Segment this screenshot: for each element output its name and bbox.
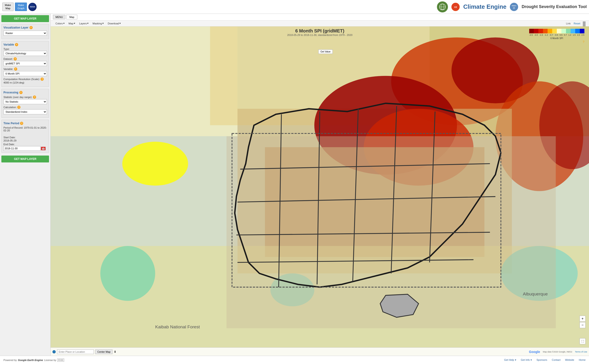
resolution-help-icon[interactable]: ?	[40, 78, 44, 81]
processing-section-title: Processing ?	[3, 91, 47, 94]
link-button[interactable]: Link	[566, 22, 571, 25]
make-graph-button[interactable]: Make Graph	[15, 3, 27, 11]
download-chevron-icon: ▾	[119, 22, 121, 25]
terms-of-use[interactable]: Terms of Use	[575, 351, 587, 353]
time-period-help-icon[interactable]: ?	[20, 122, 23, 125]
calendar-button[interactable]: 📅	[41, 147, 45, 150]
map-controls: + −	[580, 316, 586, 328]
masking-chevron-icon: ▾	[102, 22, 104, 25]
variable-help-icon[interactable]: ?	[15, 43, 18, 46]
time-period-section: Time Period ? Period of Record: 1979-01-…	[1, 120, 49, 153]
svg-text:WWAO: WWAO	[512, 5, 516, 6]
map-tab[interactable]: Map	[66, 15, 77, 19]
drought-tool-title: Drought Severity Evaluation Tool	[522, 4, 587, 9]
sponsors-link[interactable]: Sponsors	[537, 358, 547, 361]
footer-right: Get Help ▾ Get Info ▾ Sponsors Contact W…	[504, 358, 586, 361]
get-map-layer-button-top[interactable]: GET MAP LAYER	[1, 15, 49, 22]
start-date-value: 2018-05-29	[3, 139, 47, 142]
layers-toolbar-item[interactable]: Layers ▾	[78, 21, 90, 25]
variable-section: Variable ? Type: Climate/Hydrology Land …	[1, 41, 49, 87]
home-link[interactable]: Home	[579, 358, 586, 361]
center-map-button[interactable]: Center Map	[95, 350, 112, 354]
get-info-chevron: ▾	[531, 358, 532, 361]
contact-link[interactable]: Contact	[552, 358, 560, 361]
colors-toolbar-item[interactable]: Colors ▾	[54, 21, 66, 25]
calculation-select[interactable]: Standardized Index Anomaly Percent of No…	[3, 109, 47, 114]
svg-point-22	[122, 142, 188, 186]
location-input[interactable]	[57, 350, 94, 354]
map-container[interactable]: Kaibab National Forest Albuquerque 6 Mon…	[51, 26, 589, 356]
statistic-help-icon[interactable]: ?	[33, 96, 36, 99]
header-right: TRIBAL CE Climate Engine WWAO Drought Se…	[437, 1, 587, 13]
svg-point-9	[513, 7, 515, 9]
website-link[interactable]: Website	[565, 358, 574, 361]
svg-text:CE: CE	[454, 6, 457, 8]
app-title: Climate Engine	[463, 3, 506, 10]
variable-section-title: Variable ?	[3, 43, 47, 46]
get-info-link[interactable]: Get Info ▾	[521, 358, 532, 361]
app-header: Make Map Make Graph NASA TRIBAL CE Clima…	[0, 0, 589, 14]
map-background: Kaibab National Forest Albuquerque	[51, 26, 589, 356]
footer-left: Powered by Google Earth Engine License b…	[3, 358, 64, 362]
make-map-button[interactable]: Make Map	[2, 3, 13, 11]
processing-section: Processing ? Statistic (over day range):…	[1, 89, 49, 118]
map-bottom-bar: i Center Map ⬇ Google Map data ©2020 Goo…	[51, 347, 589, 356]
get-help-chevron: ▾	[515, 358, 516, 361]
calculation-help-icon[interactable]: ?	[17, 106, 20, 109]
get-map-layer-button-bottom[interactable]: GET MAP LAYER	[1, 156, 49, 162]
cc-license-badge: © CC	[57, 358, 64, 362]
fullscreen-button[interactable]: ⛶	[580, 338, 586, 344]
climate-engine-logo: CE	[451, 3, 460, 11]
dataset-select[interactable]: gridMET SPI PRISM Daymet	[3, 61, 47, 66]
visualization-section-title: Visualization Layer ?	[3, 26, 47, 29]
wwao-logo: WWAO	[510, 3, 518, 11]
app-footer: Powered by Google Earth Engine License b…	[0, 356, 589, 364]
visualization-layer-select[interactable]: Raster Vector Points	[3, 31, 47, 36]
download-toolbar-item[interactable]: Download ▾	[106, 21, 122, 25]
resolution-label: Computation Resolution (Scale): ?	[3, 78, 47, 81]
statistic-select[interactable]: No Statistic Mean Max Min	[3, 99, 47, 104]
dataset-help-icon[interactable]: ?	[13, 57, 17, 60]
scrollbar[interactable]	[583, 21, 586, 25]
calculation-label: Calculation: ?	[3, 106, 47, 109]
processing-help-icon[interactable]: ?	[19, 91, 23, 94]
end-date-label: End Date:	[3, 143, 47, 146]
type-select[interactable]: Climate/Hydrology Land Surface Fire Weat…	[3, 51, 47, 56]
masking-toolbar-item[interactable]: Masking ▾	[91, 21, 105, 25]
nasa-logo: NASA	[28, 3, 37, 11]
map-chevron-icon: ▾	[74, 22, 75, 25]
get-value-button[interactable]: Get Value	[318, 49, 333, 54]
variable-select[interactable]: 6 Month SPI 3 Month SPI 12 Month SPI	[3, 71, 47, 76]
colors-chevron-icon: ▾	[63, 22, 65, 25]
get-help-link[interactable]: Get Help ▾	[504, 358, 516, 361]
reset-button[interactable]: Reset	[574, 22, 580, 25]
end-date-input[interactable]	[3, 146, 40, 151]
svg-text:TRIBAL: TRIBAL	[440, 9, 445, 10]
map-attribution: Map data ©2020 Google, INEGI	[543, 351, 572, 353]
map-toolbar-item[interactable]: Map ▾	[67, 21, 77, 25]
type-label: Type:	[3, 48, 47, 50]
main-layout: GET MAP LAYER Visualization Layer ? Rast…	[0, 14, 589, 356]
map-nav-bar: MENU Map	[51, 14, 589, 20]
svg-text:Albuquerque: Albuquerque	[523, 292, 548, 296]
layers-chevron-icon: ▾	[87, 22, 89, 25]
svg-rect-11	[51, 26, 237, 136]
resolution-value: 4000 m (1/24-deg)	[3, 81, 47, 84]
google-logo: Google	[529, 350, 540, 354]
statistic-label: Statistic (over day range): ?	[3, 96, 47, 99]
zoom-in-button[interactable]: +	[580, 316, 586, 322]
visualization-help-icon[interactable]: ?	[29, 26, 33, 29]
license-by-label: License by	[44, 359, 56, 361]
google-earth-engine-label: Google Earth Engine	[18, 359, 43, 361]
map-toolbar: Colors ▾ Map ▾ Layers ▾ Masking ▾ Downlo…	[51, 20, 589, 26]
menu-button[interactable]: MENU	[53, 15, 65, 19]
map-area: MENU Map Colors ▾ Map ▾ Layers ▾ Masking…	[51, 14, 589, 356]
zoom-out-button[interactable]: −	[580, 322, 586, 328]
org-logo: TRIBAL	[437, 1, 448, 13]
dataset-label: Dataset: ?	[3, 57, 47, 60]
variable-sub-help-icon[interactable]: ?	[14, 67, 17, 71]
visualization-section: Visualization Layer ? Raster Vector Poin…	[1, 24, 49, 39]
download-map-icon[interactable]: ⬇	[114, 350, 116, 353]
start-date-label: Start Date:	[3, 136, 47, 139]
info-icon: i	[52, 350, 56, 353]
